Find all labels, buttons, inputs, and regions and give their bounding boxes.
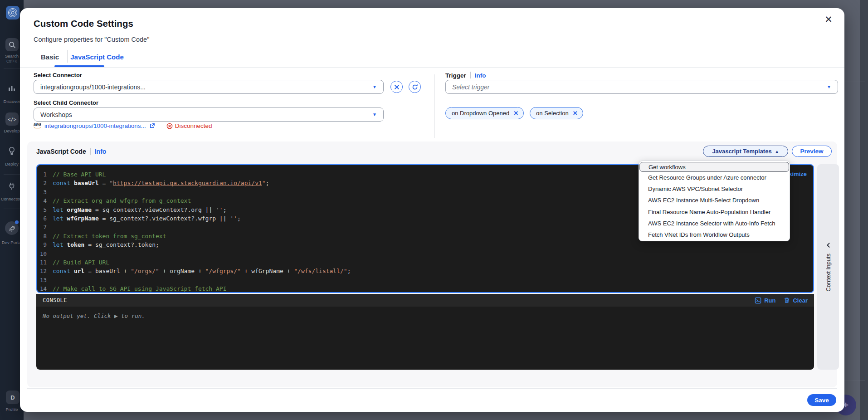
sidebar-item-deploy[interactable] (7, 146, 17, 156)
code-token: // Extract token from sg_context (53, 232, 166, 240)
code-token (63, 240, 67, 249)
trigger-select[interactable]: Select trigger ▼ (445, 80, 838, 94)
line-number: 11 (37, 258, 53, 267)
code-icon: </> (8, 117, 16, 122)
line-number: 8 (37, 232, 53, 240)
sidebar-item-discover[interactable] (7, 83, 17, 93)
line-number: 10 (37, 249, 53, 258)
code-token: + wfGrpName + (241, 267, 294, 275)
sidebar-divider (4, 174, 20, 175)
code-token: let (53, 214, 63, 223)
template-menu-item[interactable]: AWS EC2 Instance Selector with Auto-Info… (639, 218, 790, 229)
console-empty-text: No output yet. Click ▶ to run. (36, 307, 814, 319)
aws-logo-icon: aws (34, 122, 41, 128)
label-divider (90, 148, 91, 155)
code-token: https://testapi.qa.stackguardian.io/api/… (113, 179, 262, 187)
code-token: " (262, 179, 266, 187)
select-connector-label: Select Connector (34, 72, 82, 78)
code-panel-title: JavaScript Code (36, 148, 86, 155)
clear-connector-button[interactable] (390, 81, 403, 93)
avatar-initial: D (10, 394, 15, 401)
preview-label: Preview (800, 148, 823, 155)
code-line: 11// Build API URL (37, 258, 813, 267)
sidebar-divider (4, 68, 20, 69)
run-label: Run (764, 297, 775, 304)
preview-button[interactable]: Preview (792, 146, 832, 157)
code-token: '' (230, 214, 237, 223)
remove-chip-icon[interactable]: ✕ (573, 110, 578, 117)
template-menu-item[interactable]: Get Resource Groups under Azure connecto… (639, 172, 790, 183)
sidebar-item-search[interactable] (5, 38, 19, 51)
notification-dot (15, 220, 19, 224)
context-inputs-label: Context Inputs (825, 254, 832, 292)
code-token: let (53, 240, 63, 249)
line-number: 13 (37, 276, 53, 284)
trigger-select-placeholder: Select trigger (452, 83, 489, 91)
dialog-subtitle: Configure properties for "Custom Code" (34, 36, 149, 43)
trash-icon (784, 297, 790, 303)
clear-label: Clear (793, 297, 808, 304)
sidebar-item-connectors[interactable] (7, 181, 17, 191)
code-token: orgName (67, 205, 92, 214)
sidebar-item-develop[interactable]: </> (5, 112, 19, 126)
form-column-divider (434, 74, 434, 138)
close-icon[interactable]: ✕ (823, 14, 834, 25)
code-line: 13 (37, 276, 813, 284)
app-logo[interactable] (6, 6, 20, 20)
context-inputs-toggle[interactable]: Context Inputs (817, 164, 839, 370)
line-number: 5 (37, 205, 53, 214)
connector-select[interactable]: integrationgroups/1000-integrations... ▼ (34, 80, 384, 94)
select-child-connector-label: Select Child Connector (34, 99, 98, 106)
run-button[interactable]: Run (755, 297, 775, 304)
template-menu-item[interactable]: AWS EC2 Instance Multi-Select Dropdown (639, 195, 790, 206)
line-number: 6 (37, 214, 53, 223)
code-line: 12const url = baseUrl + "/orgs/" + orgNa… (37, 267, 813, 275)
code-info-link[interactable]: Info (95, 148, 107, 155)
error-circle-icon (166, 123, 173, 129)
remove-chip-icon[interactable]: ✕ (513, 110, 518, 117)
template-menu-item[interactable]: Get workflows (639, 162, 789, 172)
dialog-title: Custom Code Settings (34, 18, 133, 29)
external-link-icon[interactable] (149, 123, 155, 129)
code-token: // Build API URL (53, 258, 109, 267)
javascript-templates-label: Javascript Templates (712, 148, 771, 155)
connector-link[interactable]: integrationgroups/1000-integrations... (44, 122, 146, 129)
sidebar-divider (4, 209, 20, 209)
tab-basic[interactable]: Basic (33, 51, 67, 62)
search-icon (8, 41, 16, 49)
trigger-info-link[interactable]: Info (475, 72, 486, 79)
tab-javascript-code[interactable]: JavaScript Code (67, 51, 127, 62)
code-token: token (67, 240, 84, 249)
console-actions: Run Clear (755, 297, 814, 304)
code-token: '' (216, 205, 223, 214)
code-token: // Make call to SG API using JavaScript … (53, 284, 227, 293)
tabs-bottom-border (20, 67, 844, 68)
template-menu-item[interactable]: Dynamic AWS VPC/Subnet Selector (639, 183, 790, 195)
code-token: // Base API URL (53, 170, 106, 179)
save-button[interactable]: Save (807, 394, 836, 406)
logo-icon (8, 8, 18, 18)
javascript-templates-button[interactable]: Javascript Templates ▲ (703, 146, 788, 157)
console-title: CONSOLE (36, 297, 67, 303)
template-menu-item[interactable]: Fetch VNet IDs from Workflow Outputs (639, 229, 790, 240)
line-number: 9 (37, 240, 53, 249)
profile-avatar[interactable]: D (6, 391, 20, 404)
line-number: 14 (37, 284, 53, 293)
close-circle-icon (394, 84, 400, 90)
trigger-chip: on Selection✕ (530, 107, 583, 119)
chevron-left-icon (825, 242, 831, 248)
console-header: CONSOLE Run (36, 294, 814, 307)
template-menu-item[interactable]: Final Resource Name Auto-Population Hand… (639, 206, 790, 218)
line-number: 7 (37, 223, 53, 231)
chevron-up-icon: ▲ (775, 149, 779, 154)
clear-button[interactable]: Clear (784, 297, 808, 304)
code-line: 9let token = sg_context?.token; (37, 240, 813, 249)
child-connector-select[interactable]: Workshops ▼ (34, 107, 384, 122)
code-token: ; (266, 179, 269, 187)
connector-select-value: integrationgroups/1000-integrations... (40, 83, 146, 91)
code-token: " (109, 179, 113, 187)
refresh-connector-button[interactable] (409, 81, 421, 93)
label-divider (470, 72, 471, 78)
refresh-icon (412, 84, 418, 90)
code-line: 14// Make call to SG API using JavaScrip… (37, 284, 813, 293)
